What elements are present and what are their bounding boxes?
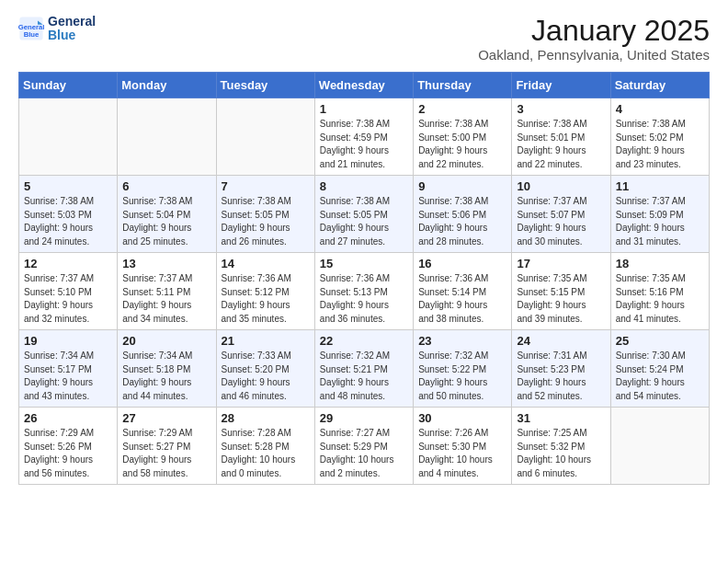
day-info: Sunrise: 7:38 AM Sunset: 5:00 PM Dayligh… [418, 118, 506, 171]
calendar-cell: 11Sunrise: 7:37 AM Sunset: 5:09 PM Dayli… [610, 176, 709, 253]
day-info: Sunrise: 7:35 AM Sunset: 5:16 PM Dayligh… [616, 272, 704, 326]
day-info: Sunrise: 7:32 AM Sunset: 5:21 PM Dayligh… [320, 350, 408, 403]
day-info: Sunrise: 7:37 AM Sunset: 5:10 PM Dayligh… [24, 272, 112, 326]
weekday-header-row: SundayMondayTuesdayWednesdayThursdayFrid… [19, 73, 710, 98]
calendar-cell: 4Sunrise: 7:38 AM Sunset: 5:02 PM Daylig… [610, 98, 709, 176]
day-info: Sunrise: 7:29 AM Sunset: 5:27 PM Dayligh… [122, 427, 210, 480]
day-number: 5 [24, 179, 112, 193]
day-info: Sunrise: 7:36 AM Sunset: 5:12 PM Dayligh… [222, 272, 310, 326]
calendar-cell: 3Sunrise: 7:38 AM Sunset: 5:01 PM Daylig… [512, 98, 610, 176]
day-info: Sunrise: 7:30 AM Sunset: 5:24 PM Dayligh… [616, 350, 704, 403]
day-info: Sunrise: 7:28 AM Sunset: 5:28 PM Dayligh… [222, 427, 310, 480]
weekday-header-sunday: Sunday [19, 73, 118, 98]
day-info: Sunrise: 7:37 AM Sunset: 5:09 PM Dayligh… [616, 195, 704, 248]
calendar-cell: 19Sunrise: 7:34 AM Sunset: 5:17 PM Dayli… [19, 330, 118, 408]
day-number: 14 [222, 257, 310, 270]
header: General Blue General Blue January 2025 O… [18, 15, 710, 63]
weekday-header-monday: Monday [118, 73, 216, 98]
day-number: 29 [320, 411, 408, 425]
day-info: Sunrise: 7:33 AM Sunset: 5:20 PM Dayligh… [222, 350, 310, 403]
day-info: Sunrise: 7:36 AM Sunset: 5:13 PM Dayligh… [320, 272, 408, 326]
calendar-cell: 30Sunrise: 7:26 AM Sunset: 5:30 PM Dayli… [414, 408, 512, 485]
calendar-cell: 12Sunrise: 7:37 AM Sunset: 5:10 PM Dayli… [19, 253, 118, 330]
day-info: Sunrise: 7:26 AM Sunset: 5:30 PM Dayligh… [418, 427, 506, 480]
day-number: 18 [616, 257, 704, 270]
calendar-cell: 24Sunrise: 7:31 AM Sunset: 5:23 PM Dayli… [512, 330, 610, 408]
week-row-4: 19Sunrise: 7:34 AM Sunset: 5:17 PM Dayli… [19, 330, 710, 408]
calendar-title: January 2025 [478, 15, 710, 47]
day-number: 28 [222, 411, 310, 425]
calendar-cell [19, 98, 118, 176]
day-number: 3 [517, 102, 605, 116]
logo: General Blue General Blue [18, 15, 96, 43]
day-number: 11 [616, 179, 704, 193]
weekday-header-saturday: Saturday [610, 73, 709, 98]
day-info: Sunrise: 7:38 AM Sunset: 5:05 PM Dayligh… [222, 195, 310, 248]
day-number: 23 [418, 334, 506, 348]
day-number: 21 [222, 334, 310, 348]
day-info: Sunrise: 7:38 AM Sunset: 4:59 PM Dayligh… [320, 118, 408, 171]
calendar-cell: 9Sunrise: 7:38 AM Sunset: 5:06 PM Daylig… [414, 176, 512, 253]
calendar-cell: 27Sunrise: 7:29 AM Sunset: 5:27 PM Dayli… [118, 408, 216, 485]
calendar-cell: 17Sunrise: 7:35 AM Sunset: 5:15 PM Dayli… [512, 253, 610, 330]
logo-text: General Blue [48, 15, 96, 43]
calendar-cell: 22Sunrise: 7:32 AM Sunset: 5:21 PM Dayli… [314, 330, 413, 408]
calendar-cell: 14Sunrise: 7:36 AM Sunset: 5:12 PM Dayli… [216, 253, 314, 330]
day-number: 16 [418, 257, 506, 270]
day-info: Sunrise: 7:38 AM Sunset: 5:06 PM Dayligh… [418, 195, 506, 248]
day-info: Sunrise: 7:29 AM Sunset: 5:26 PM Dayligh… [24, 427, 112, 480]
day-number: 22 [320, 334, 408, 348]
week-row-1: 1Sunrise: 7:38 AM Sunset: 4:59 PM Daylig… [19, 98, 710, 176]
day-number: 24 [517, 334, 605, 348]
day-number: 25 [616, 334, 704, 348]
calendar-subtitle: Oakland, Pennsylvania, United States [478, 47, 710, 63]
day-number: 10 [517, 179, 605, 193]
week-row-5: 26Sunrise: 7:29 AM Sunset: 5:26 PM Dayli… [19, 408, 710, 485]
day-number: 7 [222, 179, 310, 193]
calendar-cell: 2Sunrise: 7:38 AM Sunset: 5:00 PM Daylig… [414, 98, 512, 176]
day-info: Sunrise: 7:31 AM Sunset: 5:23 PM Dayligh… [517, 350, 605, 403]
calendar-cell: 13Sunrise: 7:37 AM Sunset: 5:11 PM Dayli… [118, 253, 216, 330]
calendar-cell: 1Sunrise: 7:38 AM Sunset: 4:59 PM Daylig… [314, 98, 413, 176]
calendar-cell: 29Sunrise: 7:27 AM Sunset: 5:29 PM Dayli… [314, 408, 413, 485]
day-info: Sunrise: 7:35 AM Sunset: 5:15 PM Dayligh… [517, 272, 605, 326]
page: General Blue General Blue January 2025 O… [0, 0, 728, 500]
day-number: 30 [418, 411, 506, 425]
logo-icon: General Blue [18, 16, 44, 41]
calendar-cell: 28Sunrise: 7:28 AM Sunset: 5:28 PM Dayli… [216, 408, 314, 485]
svg-text:Blue: Blue [24, 30, 40, 39]
day-info: Sunrise: 7:25 AM Sunset: 5:32 PM Dayligh… [517, 427, 605, 480]
day-info: Sunrise: 7:34 AM Sunset: 5:17 PM Dayligh… [24, 350, 112, 403]
calendar-cell: 16Sunrise: 7:36 AM Sunset: 5:14 PM Dayli… [414, 253, 512, 330]
day-info: Sunrise: 7:38 AM Sunset: 5:05 PM Dayligh… [320, 195, 408, 248]
day-number: 20 [122, 334, 210, 348]
day-info: Sunrise: 7:38 AM Sunset: 5:03 PM Dayligh… [24, 195, 112, 248]
title-block: January 2025 Oakland, Pennsylvania, Unit… [478, 15, 710, 63]
day-info: Sunrise: 7:38 AM Sunset: 5:01 PM Dayligh… [517, 118, 605, 171]
day-number: 19 [24, 334, 112, 348]
weekday-header-tuesday: Tuesday [216, 73, 314, 98]
calendar-cell: 21Sunrise: 7:33 AM Sunset: 5:20 PM Dayli… [216, 330, 314, 408]
day-number: 4 [616, 102, 704, 116]
day-number: 6 [122, 179, 210, 193]
calendar-cell: 20Sunrise: 7:34 AM Sunset: 5:18 PM Dayli… [118, 330, 216, 408]
week-row-2: 5Sunrise: 7:38 AM Sunset: 5:03 PM Daylig… [19, 176, 710, 253]
calendar-cell: 26Sunrise: 7:29 AM Sunset: 5:26 PM Dayli… [19, 408, 118, 485]
day-number: 8 [320, 179, 408, 193]
week-row-3: 12Sunrise: 7:37 AM Sunset: 5:10 PM Dayli… [19, 253, 710, 330]
calendar-cell: 5Sunrise: 7:38 AM Sunset: 5:03 PM Daylig… [19, 176, 118, 253]
calendar-table: SundayMondayTuesdayWednesdayThursdayFrid… [18, 72, 710, 485]
calendar-cell: 23Sunrise: 7:32 AM Sunset: 5:22 PM Dayli… [414, 330, 512, 408]
calendar-cell [216, 98, 314, 176]
day-number: 27 [122, 411, 210, 425]
day-info: Sunrise: 7:38 AM Sunset: 5:04 PM Dayligh… [122, 195, 210, 248]
day-number: 2 [418, 102, 506, 116]
weekday-header-thursday: Thursday [414, 73, 512, 98]
weekday-header-friday: Friday [512, 73, 610, 98]
calendar-cell [610, 408, 709, 485]
calendar-cell [118, 98, 216, 176]
weekday-header-wednesday: Wednesday [314, 73, 413, 98]
day-number: 13 [122, 257, 210, 270]
calendar-cell: 7Sunrise: 7:38 AM Sunset: 5:05 PM Daylig… [216, 176, 314, 253]
calendar-cell: 6Sunrise: 7:38 AM Sunset: 5:04 PM Daylig… [118, 176, 216, 253]
